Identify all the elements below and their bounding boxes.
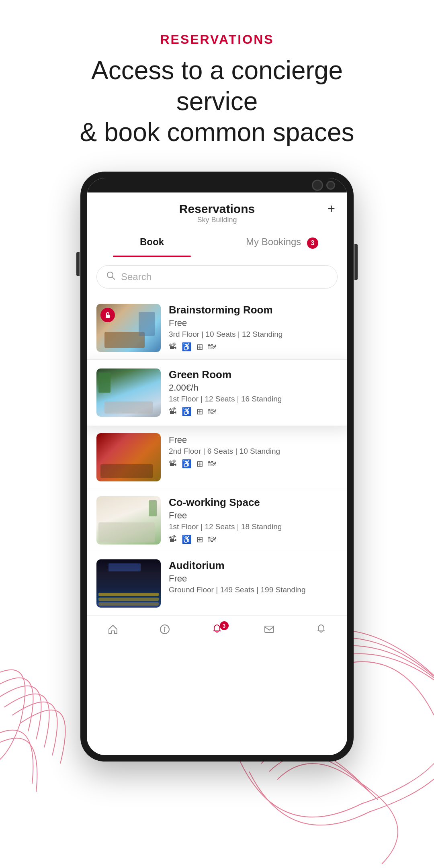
bookings-badge: 3 <box>307 237 318 249</box>
amenity-catering: 🍽 <box>208 459 216 469</box>
amenity-table: ⊞ <box>197 534 203 544</box>
amenity-accessible: ♿ <box>182 534 192 544</box>
search-placeholder: Search <box>121 271 151 283</box>
svg-rect-2 <box>106 315 110 318</box>
app-title: Reservations <box>179 202 255 216</box>
camera-lens-large <box>312 180 323 191</box>
tabs-bar: Book My Bookings 3 <box>87 228 347 257</box>
room-name-green-room: Green Room <box>169 368 338 381</box>
room-price-coworking: Free <box>169 510 338 521</box>
room-amenities-brainstorming: 📽 ♿ ⊞ 🍽 <box>169 342 338 352</box>
room-details-auditorium: Ground Floor | 149 Seats | 199 Standing <box>169 585 338 594</box>
nav-mail[interactable] <box>243 621 295 637</box>
amenity-table: ⊞ <box>197 459 203 469</box>
volume-button <box>76 252 80 276</box>
room-image-auditorium <box>96 559 161 608</box>
search-bar[interactable]: Search <box>96 265 338 289</box>
room-item-auditorium[interactable]: Auditorium Free Ground Floor | 149 Seats… <box>87 552 347 615</box>
room-amenities-third: 📽 ♿ ⊞ 🍽 <box>169 459 338 469</box>
headline: Access to a concierge service & book com… <box>56 55 378 147</box>
phone-mockup: Reservations Sky Building + Book My Book… <box>80 172 354 762</box>
amenity-projector: 📽 <box>169 407 177 416</box>
phone-outer: Reservations Sky Building + Book My Book… <box>80 172 354 762</box>
room-name-brainstorming: Brainstorming Room <box>169 304 338 316</box>
room-info-green-room: Green Room 2.00€/h 1st Floor | 12 Seats … <box>169 368 338 416</box>
app-title-group: Reservations Sky Building <box>179 202 255 224</box>
nav-alerts[interactable] <box>295 621 347 637</box>
room-name-coworking: Co-working Space <box>169 496 338 509</box>
amenity-projector: 📽 <box>169 459 177 469</box>
power-button <box>354 244 358 280</box>
room-amenities-green-room: 📽 ♿ ⊞ 🍽 <box>169 407 338 416</box>
lock-badge-brainstorming <box>100 308 115 322</box>
room-info-auditorium: Auditorium Free Ground Floor | 149 Seats… <box>169 559 338 598</box>
room-details-brainstorming: 3rd Floor | 10 Seats | 12 Standing <box>169 330 338 339</box>
room-image-third <box>96 433 161 481</box>
page-label: RESERVATIONS <box>56 32 378 47</box>
room-item-third[interactable]: Free 2nd Floor | 6 Seats | 10 Standing 📽… <box>87 426 347 489</box>
room-item-green-room[interactable]: Green Room 2.00€/h 1st Floor | 12 Seats … <box>87 360 347 426</box>
amenity-catering: 🍽 <box>208 407 216 416</box>
room-item-brainstorming[interactable]: Brainstorming Room Free 3rd Floor | 10 S… <box>87 297 347 360</box>
bottom-nav: 3 <box>87 615 347 643</box>
room-info-third: Free 2nd Floor | 6 Seats | 10 Standing 📽… <box>169 433 338 469</box>
room-price-green-room: 2.00€/h <box>169 383 338 393</box>
amenity-projector: 📽 <box>169 342 177 352</box>
room-price-brainstorming: Free <box>169 318 338 328</box>
room-info-brainstorming: Brainstorming Room Free 3rd Floor | 10 S… <box>169 304 338 352</box>
amenity-accessible: ♿ <box>182 342 192 352</box>
room-name-auditorium: Auditorium <box>169 559 338 572</box>
room-info-coworking: Co-working Space Free 1st Floor | 12 Sea… <box>169 496 338 544</box>
room-details-green-room: 1st Floor | 12 Seats | 16 Standing <box>169 395 338 403</box>
header-section: RESERVATIONS Access to a concierge servi… <box>56 0 378 164</box>
room-image-green-room <box>96 368 161 417</box>
svg-point-5 <box>164 627 166 628</box>
nav-home[interactable] <box>87 621 139 637</box>
nav-notifications[interactable]: 3 <box>191 621 243 637</box>
app-header: Reservations Sky Building + <box>87 192 347 228</box>
app-subtitle: Sky Building <box>179 216 255 224</box>
camera-bar <box>87 178 347 192</box>
room-details-coworking: 1st Floor | 12 Seats | 18 Standing <box>169 522 338 531</box>
svg-rect-7 <box>265 626 274 633</box>
amenity-accessible: ♿ <box>182 459 192 469</box>
phone-screen: Reservations Sky Building + Book My Book… <box>87 178 347 755</box>
room-amenities-coworking: 📽 ♿ ⊞ 🍽 <box>169 534 338 544</box>
room-price-third: Free <box>169 435 338 445</box>
app-screen: Reservations Sky Building + Book My Book… <box>87 192 347 755</box>
camera-lens-small <box>326 181 335 190</box>
tab-book[interactable]: Book <box>87 228 217 257</box>
room-list: Brainstorming Room Free 3rd Floor | 10 S… <box>87 297 347 615</box>
svg-line-1 <box>112 277 115 279</box>
amenity-projector: 📽 <box>169 534 177 544</box>
room-image-coworking <box>96 496 161 545</box>
nav-info[interactable] <box>139 621 191 637</box>
room-details-third: 2nd Floor | 6 Seats | 10 Standing <box>169 447 338 456</box>
amenity-catering: 🍽 <box>208 342 216 352</box>
room-price-auditorium: Free <box>169 573 338 584</box>
room-item-coworking[interactable]: Co-working Space Free 1st Floor | 12 Sea… <box>87 489 347 552</box>
amenity-table: ⊞ <box>197 407 203 416</box>
nav-notifications-badge: 3 <box>220 621 229 630</box>
tab-my-bookings[interactable]: My Bookings 3 <box>217 228 347 257</box>
amenity-catering: 🍽 <box>208 534 216 544</box>
amenity-table: ⊞ <box>197 342 203 352</box>
room-image-brainstorming <box>96 304 161 352</box>
add-button[interactable]: + <box>328 202 335 215</box>
amenity-accessible: ♿ <box>182 407 192 416</box>
search-icon <box>106 271 115 283</box>
